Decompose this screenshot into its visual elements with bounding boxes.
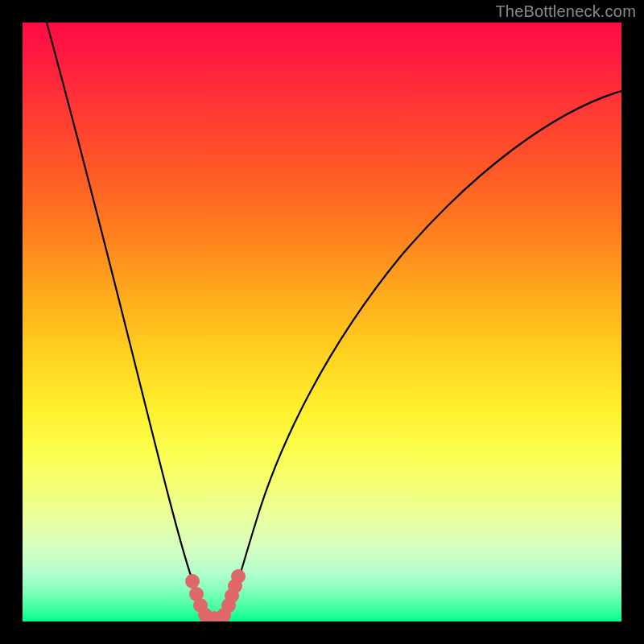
plot-area xyxy=(23,23,621,621)
chart-svg xyxy=(23,23,621,621)
curve-markers xyxy=(185,569,246,621)
curve-marker xyxy=(231,569,246,584)
curve-marker xyxy=(185,574,200,588)
chart-frame: TheBottleneck.com xyxy=(0,0,644,644)
bottleneck-curve xyxy=(47,23,621,621)
watermark-text: TheBottleneck.com xyxy=(495,0,636,23)
